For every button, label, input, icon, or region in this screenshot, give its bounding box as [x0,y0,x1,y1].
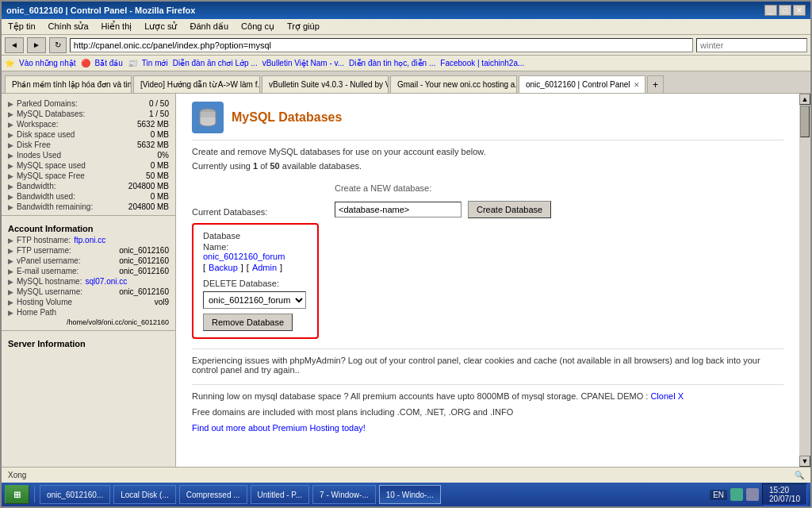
sidebar-item-disk-free: ▶ Disk Free 5632 MB [2,140,175,150]
arrow-icon: ▶ [8,267,13,275]
db-name-full-row: Name: onic_6012160_forum [203,242,308,261]
refresh-button[interactable]: ↻ [49,37,67,53]
scroll-track[interactable] [799,105,810,456]
taskbar: ⊞ onic_6012160... Local Disk (... Compre… [2,483,810,506]
bracket-open2: [ [247,263,249,272]
mysql-host-value[interactable]: sql07.oni.cc [85,277,127,286]
email-user-label: E-mail username: [17,267,79,275]
bookmark-0[interactable]: Vào những nhật [19,59,76,67]
tab-4-close[interactable]: ✕ [634,81,640,89]
tab-2[interactable]: vBulletin Suite v4.0.3 - Nulled by Vi...… [262,75,389,93]
sidebar-item-mysql: ▶ MySQL Databases: 1 / 50 [2,109,175,119]
db-name-input[interactable] [335,202,462,217]
usage-info: Currently using 1 of 50 available databa… [192,161,783,171]
mysql-space-used-value: 0 MB [151,161,169,170]
tabs-bar: Phần mềm tính lập hóa đơn và tin... ✕ [V… [2,71,810,94]
sidebar-item-hosting-vol: ▶ Hosting Volume vol9 [2,297,175,307]
info2-link[interactable]: Clonel X [650,391,684,401]
tab-1[interactable]: [Video] Hướng dẫn từ A->W làm f... ✕ [133,75,260,93]
taskbar-item-1[interactable]: Local Disk (... [113,485,176,504]
arrow-icon: ▶ [8,152,13,160]
arrow-icon: ▶ [8,288,13,296]
db-admin-link[interactable]: Admin [252,263,277,272]
mysql-space-free-value: 50 MB [146,171,169,180]
menu-history[interactable]: Lược sử [141,21,180,33]
home-path-value: /home/vol9/oni.cc/onic_6012160 [67,318,169,326]
mysql-value: 1 / 50 [149,110,169,118]
delete-row: onic_6012160_forum [203,291,308,309]
menu-view[interactable]: Hiển thị [98,21,136,33]
search-input[interactable] [696,38,807,52]
bookmark-3[interactable]: Diễn đàn ăn chơi Lớp ... [173,59,258,67]
remove-database-button[interactable]: Remove Database [203,314,293,331]
taskbar-item-4[interactable]: 7 - Window-... [312,485,376,504]
mysql-label: MySQL Databases: [17,110,85,118]
content-area: MySQL Databases Create and remove MySQL … [176,94,799,467]
usage-total: 50 [270,161,279,171]
menu-bookmarks[interactable]: Đánh dấu [186,21,232,33]
db-backup-link[interactable]: Backup [209,263,238,272]
workspace-value: 5632 MB [137,120,169,129]
delete-db-select[interactable]: onic_6012160_forum [203,291,306,309]
disk-used-value: 0 MB [151,130,169,139]
bookmark-2[interactable]: Tin mới [142,59,168,67]
arrow-icon: ▶ [8,100,13,108]
menu-edit[interactable]: Chính sửa [45,21,92,33]
right-column: Create a NEW database: Create Database [335,183,783,339]
scroll-up-button[interactable]: ▲ [799,94,810,105]
create-db-label: Create a NEW database: [335,183,783,193]
info2-demo: CPANEL DEMO : [580,391,648,401]
hosting-vol-value: vol9 [155,298,169,306]
sidebar-item-home-path: ▶ Home Path [2,307,175,318]
taskbar-item-0[interactable]: onic_6012160... [40,485,110,504]
taskbar-item-3[interactable]: Untitled - P... [251,485,310,504]
start-button[interactable]: ⊞ [5,485,29,504]
bookmark-1[interactable]: Bắt đầu [95,59,123,67]
scroll-down-button[interactable]: ▼ [799,456,810,467]
ftp-host-value[interactable]: ftp.oni.cc [74,236,105,244]
arrow-icon: ▶ [8,278,13,286]
window-controls[interactable]: _ □ ✕ [764,5,806,16]
tab-0[interactable]: Phần mềm tính lập hóa đơn và tin... ✕ [5,75,132,93]
premium-link[interactable]: Find out more about Premium Hosting toda… [192,423,366,433]
windows-logo-icon: ⊞ [13,490,21,499]
disk-free-value: 5632 MB [137,140,169,149]
minimize-button[interactable]: _ [764,5,777,16]
tab-3[interactable]: Gmail - Your new oni.cc hosting a... ✕ [390,75,517,93]
create-row: Create Database [335,201,783,218]
close-button[interactable]: ✕ [793,5,806,16]
info2-prefix: Running low on mysql database space ? Al… [192,391,578,401]
menu-file[interactable]: Tệp tin [5,21,39,33]
address-input[interactable] [70,38,693,52]
tab-add-button[interactable]: + [647,75,664,93]
scrollbar[interactable]: ▲ ▼ [799,94,810,467]
arrow-icon: ▶ [8,247,13,255]
premium-link-container: Find out more about Premium Hosting toda… [192,423,783,433]
bookmark-6[interactable]: Facebook | taichinh2a... [440,59,524,67]
db-name-value[interactable]: onic_6012160_forum [203,252,285,261]
home-path-label: Home Path [17,308,56,317]
create-database-button[interactable]: Create Database [468,201,551,218]
menu-help[interactable]: Trợ giúp [284,21,323,33]
info-text-1: Experiencing issues with phpMyAdmin? Log… [192,348,783,375]
arrow-icon: ▶ [8,183,13,190]
window-title: onic_6012160 | Control Panel - Mozilla F… [6,6,195,15]
menu-tools[interactable]: Công cụ [238,21,278,33]
back-button[interactable]: ◄ [5,37,24,53]
bandwidth-value: 204800 MB [128,182,169,190]
tab-0-label: Phần mềm tính lập hóa đơn và tin... [12,80,132,89]
menu-bar: Tệp tin Chính sửa Hiển thị Lược sử Đánh … [2,19,810,35]
bookmark-4[interactable]: vBulletin Việt Nam - v... [262,59,344,67]
scroll-thumb[interactable] [800,106,810,137]
forward-button[interactable]: ► [27,37,46,53]
taskbar-item-5[interactable]: 10 - Windo-... [379,485,441,504]
tab-4[interactable]: onic_6012160 | Control Panel ✕ [519,75,645,93]
maximize-button[interactable]: □ [779,5,791,16]
page-header: MySQL Databases [192,102,783,140]
tray-icon-volume [746,488,759,501]
sidebar-item-ftp-user: ▶ FTP username: onic_6012160 [2,245,175,256]
tab-2-label: vBulletin Suite v4.0.3 - Nulled by Vi... [269,80,389,89]
taskbar-item-2[interactable]: Compressed ... [179,485,247,504]
address-bar: ◄ ► ↻ [2,35,810,56]
bookmark-5[interactable]: Diễn đàn tin học, điễn ... [349,59,435,67]
